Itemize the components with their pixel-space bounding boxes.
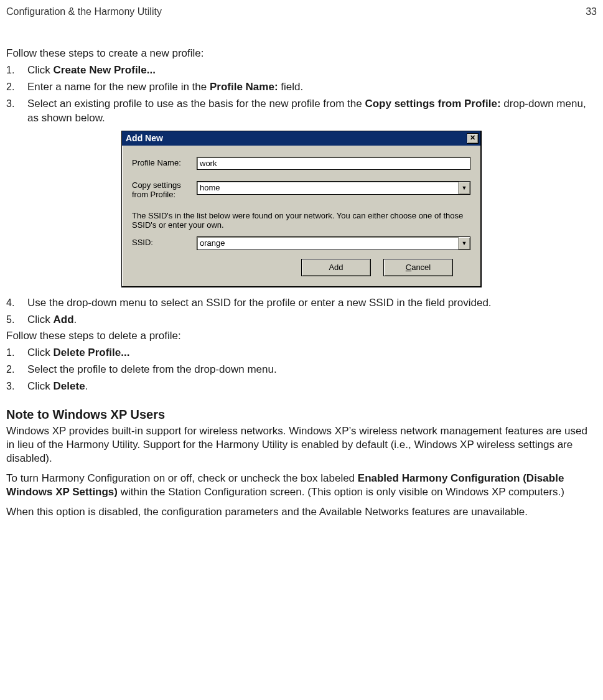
- list-item: Select the profile to delete from the dr…: [6, 363, 597, 377]
- xp-p2-post: within the Station Configuration screen.…: [118, 486, 564, 498]
- create-profile-steps: Click Create New Profile... Enter a name…: [6, 63, 597, 126]
- step-text: field.: [278, 81, 304, 93]
- create-profile-steps-cont: Use the drop-down menu to select an SSID…: [6, 296, 597, 327]
- step-text: Click: [27, 347, 54, 358]
- list-item: Enter a name for the new profile in the …: [6, 80, 597, 95]
- xp-note-p2: To turn Harmony Configuration on or off,…: [6, 472, 597, 499]
- step-bold: Create New Profile...: [54, 64, 156, 76]
- list-item: Click Delete.: [6, 380, 597, 394]
- xp-note-p3: When this option is disabled, the config…: [6, 505, 597, 519]
- add-button[interactable]: Add: [301, 259, 371, 276]
- delete-profile-steps: Click Delete Profile... Select the profi…: [6, 346, 597, 394]
- step-text: Select an existing profile to use as the…: [27, 98, 365, 110]
- ssid-select[interactable]: orange ▼: [197, 236, 470, 250]
- list-item: Click Add.: [6, 313, 597, 327]
- cancel-button[interactable]: Cancel: [383, 259, 453, 276]
- step-text: Click: [27, 314, 54, 325]
- step-text: Enter a name for the new profile in the: [27, 81, 210, 93]
- list-item: Select an existing profile to use as the…: [6, 97, 597, 126]
- intro-delete-profile: Follow these steps to delete a profile:: [6, 330, 597, 342]
- chevron-down-icon[interactable]: ▼: [458, 182, 470, 194]
- running-header: Configuration & the Harmony Utility 33: [6, 6, 597, 17]
- header-section-title: Configuration & the Harmony Utility: [6, 6, 162, 17]
- dialog-screenshot: Add New ✕ Profile Name: Copy settings fr…: [6, 131, 597, 287]
- chevron-down-icon[interactable]: ▼: [458, 237, 470, 250]
- xp-note-heading: Note to Windows XP Users: [6, 408, 597, 422]
- close-icon[interactable]: ✕: [467, 133, 479, 144]
- ssid-label: SSID:: [132, 238, 197, 248]
- list-item: Click Create New Profile...: [6, 63, 597, 78]
- xp-p2-pre: To turn Harmony Configuration on or off,…: [6, 472, 358, 484]
- step-bold: Delete Profile...: [54, 347, 130, 358]
- step-bold: Copy settings from Profile:: [365, 98, 500, 110]
- header-page-number: 33: [586, 6, 597, 17]
- step-text: Select the profile to delete from the dr…: [27, 363, 277, 375]
- dialog-title-text: Add New: [126, 133, 163, 143]
- copy-settings-select[interactable]: home ▼: [197, 181, 470, 195]
- list-item: Click Delete Profile...: [6, 346, 597, 360]
- profile-name-input[interactable]: [197, 157, 470, 170]
- step-bold: Delete: [54, 380, 85, 392]
- step-text: .: [74, 314, 77, 325]
- step-text: Use the drop-down menu to select an SSID…: [27, 297, 492, 309]
- intro-create-profile: Follow these steps to create a new profi…: [6, 47, 597, 60]
- step-bold: Profile Name:: [210, 81, 278, 93]
- step-text: Click: [27, 380, 54, 392]
- dialog-titlebar: Add New ✕: [122, 131, 480, 146]
- copy-settings-value: home: [197, 182, 458, 194]
- xp-note-p1: Windows XP provides built-in support for…: [6, 424, 597, 465]
- ssid-help-text: The SSID's in the list below were found …: [132, 211, 470, 230]
- step-bold: Add: [54, 314, 74, 325]
- step-text: .: [85, 380, 88, 392]
- copy-settings-label: Copy settings from Profile:: [132, 181, 197, 200]
- ssid-value: orange: [197, 237, 458, 250]
- add-button-label: Add: [329, 263, 343, 272]
- add-new-dialog: Add New ✕ Profile Name: Copy settings fr…: [121, 131, 482, 287]
- cancel-button-label: ancel: [411, 263, 431, 272]
- step-text: Click: [27, 64, 54, 76]
- profile-name-label: Profile Name:: [132, 159, 197, 168]
- list-item: Use the drop-down menu to select an SSID…: [6, 296, 597, 310]
- cancel-button-accel: C: [406, 263, 411, 272]
